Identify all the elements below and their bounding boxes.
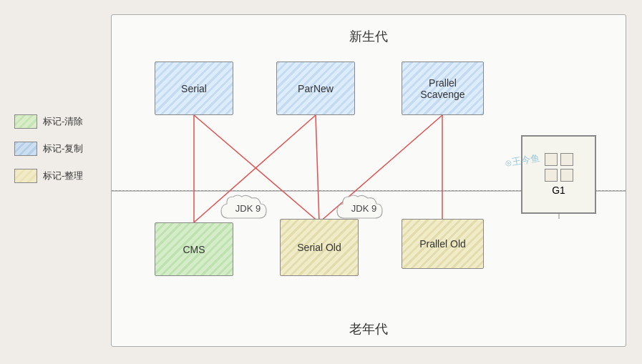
legend-item-organize: 标记-整理	[14, 169, 83, 183]
g1-collector-box: G1	[521, 135, 596, 214]
legend-icon-copy	[14, 142, 37, 156]
prallel-old-box: Prallel Old	[402, 219, 484, 269]
g1-cell-4	[560, 169, 573, 182]
diagram-area: 新生代 老年代 Serial ParN	[111, 14, 626, 347]
legend-label-copy: 标记-复制	[43, 142, 83, 155]
cms-label: CMS	[183, 244, 205, 255]
jdk9-label-2: JDK 9	[351, 203, 376, 214]
g1-label: G1	[552, 185, 565, 196]
cms-collector-box: CMS	[155, 222, 233, 276]
serial-old-label: Serial Old	[297, 242, 341, 253]
jdk9-cloud-1: JDK 9	[218, 191, 278, 225]
legend-label-organize: 标记-整理	[43, 169, 83, 182]
legend-item-clear: 标记-清除	[14, 114, 83, 129]
legend-icon-clear	[14, 114, 37, 129]
g1-cell-2	[560, 153, 573, 166]
legend-item-copy: 标记-复制	[14, 142, 83, 156]
parnew-label: ParNew	[298, 83, 334, 94]
old-gen-label: 老年代	[112, 320, 626, 338]
legend-icon-organize	[14, 169, 37, 183]
prallel-scavenge-box: Prallel Scavenge	[402, 62, 484, 115]
jdk9-cloud-2: JDK 9	[334, 191, 394, 225]
g1-grid	[545, 153, 573, 182]
serial-label: Serial	[181, 83, 207, 94]
parnew-collector-box: ParNew	[276, 62, 355, 115]
g1-cell-1	[545, 153, 558, 166]
svg-line-3	[316, 115, 319, 222]
serial-collector-box: Serial	[155, 62, 233, 115]
serial-old-box: Serial Old	[280, 219, 359, 276]
prallel-old-label: Prallel Old	[419, 238, 466, 250]
g1-cell-3	[545, 169, 558, 182]
legend: 标记-清除 标记-复制 标记-整理	[14, 114, 83, 183]
legend-label-clear: 标记-清除	[43, 115, 83, 128]
young-gen-label: 新生代	[112, 28, 626, 45]
prallel-scavenge-label: Prallel Scavenge	[420, 77, 465, 100]
jdk9-label-1: JDK 9	[235, 203, 261, 214]
page-container: 标记-清除 标记-复制 标记-整理 新生代 老年代	[0, 0, 642, 364]
